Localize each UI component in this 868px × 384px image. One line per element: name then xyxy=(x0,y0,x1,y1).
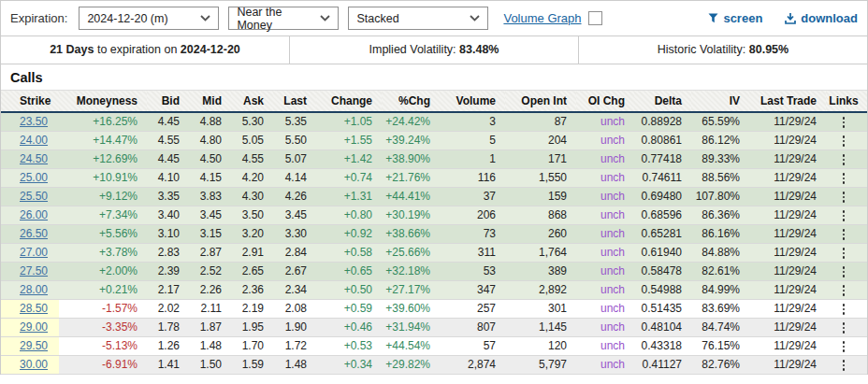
row-menu-kebab-icon[interactable] xyxy=(843,117,846,128)
cell-change: +1.55 xyxy=(316,131,382,149)
cell-oi_chg: unch xyxy=(576,318,634,336)
option-row-23.50: 23.50+16.25%4.454.885.305.35+1.05+24.42%… xyxy=(1,112,867,131)
cell-strike: 29.50 xyxy=(1,336,59,355)
cell-open_int: 159 xyxy=(505,187,576,206)
column-header-moneyness[interactable]: Moneyness xyxy=(59,91,147,113)
row-menu-kebab-icon[interactable] xyxy=(843,304,846,315)
cell-links xyxy=(826,149,867,168)
historic-volatility-value: 80.95% xyxy=(749,43,788,56)
strike-link[interactable]: 25.00 xyxy=(20,171,48,184)
strike-link[interactable]: 26.00 xyxy=(20,208,48,221)
cell-ask: 4.20 xyxy=(231,168,273,187)
expiration-select[interactable]: 2024-12-20 (m) xyxy=(79,7,219,30)
column-header-iv[interactable]: IV xyxy=(691,91,749,113)
row-menu-kebab-icon[interactable] xyxy=(843,192,846,203)
cell-strike: 30.00 xyxy=(1,355,59,374)
strike-link[interactable]: 23.50 xyxy=(20,115,48,128)
column-header-strike[interactable]: Strike xyxy=(1,91,59,113)
column-header-mid[interactable]: Mid xyxy=(189,91,231,113)
cell-open_int: 5,797 xyxy=(505,355,576,374)
screen-button[interactable]: screen xyxy=(708,11,762,25)
cell-volume: 257 xyxy=(440,299,505,318)
cell-last: 2.08 xyxy=(273,299,316,318)
cell-open_int: 301 xyxy=(505,299,576,318)
volume-graph-link[interactable]: Volume Graph xyxy=(503,11,581,25)
column-header-volume[interactable]: Volume xyxy=(440,91,505,113)
option-row-27.50: 27.50+2.00%2.392.522.652.67+0.65+32.18%5… xyxy=(1,262,867,280)
column-header-pct_chg[interactable]: %Chg xyxy=(382,91,440,113)
row-menu-kebab-icon[interactable] xyxy=(843,322,846,334)
strike-link[interactable]: 24.50 xyxy=(20,152,48,165)
strike-link[interactable]: 29.50 xyxy=(20,339,48,352)
cell-strike: 28.00 xyxy=(1,280,59,299)
cell-pct_chg: +29.82% xyxy=(382,355,440,374)
cell-bid: 2.83 xyxy=(147,243,189,262)
row-menu-kebab-icon[interactable] xyxy=(843,360,846,371)
column-header-open_int[interactable]: Open Int xyxy=(505,91,576,113)
row-menu-kebab-icon[interactable] xyxy=(843,285,846,296)
cell-oi_chg: unch xyxy=(576,336,634,355)
row-menu-kebab-icon[interactable] xyxy=(843,248,846,259)
column-header-ask[interactable]: Ask xyxy=(231,91,273,113)
cell-volume: 5 xyxy=(440,131,505,149)
cell-delta: 0.61940 xyxy=(634,243,691,262)
cell-bid: 3.40 xyxy=(147,206,189,224)
toolbar-right: screen download xyxy=(708,11,858,25)
strike-link[interactable]: 28.50 xyxy=(20,302,48,315)
cell-change: +1.05 xyxy=(316,112,382,131)
download-button[interactable]: download xyxy=(785,11,858,25)
cell-strike: 24.50 xyxy=(1,149,59,168)
moneyness-filter-select[interactable]: Near the Money xyxy=(228,7,339,30)
cell-last_trade: 11/29/24 xyxy=(749,299,826,318)
row-menu-kebab-icon[interactable] xyxy=(843,341,846,352)
row-menu-kebab-icon[interactable] xyxy=(843,229,846,240)
filter-funnel-icon xyxy=(708,13,718,23)
strike-link[interactable]: 26.50 xyxy=(20,227,48,240)
cell-oi_chg: unch xyxy=(576,206,634,224)
row-menu-kebab-icon[interactable] xyxy=(843,266,846,277)
cell-change: +0.58 xyxy=(316,243,382,262)
cell-volume: 311 xyxy=(440,243,505,262)
strike-link[interactable]: 27.00 xyxy=(20,246,48,259)
row-menu-kebab-icon[interactable] xyxy=(843,173,846,184)
column-header-last_trade[interactable]: Last Trade xyxy=(749,91,826,113)
cell-iv: 84.74% xyxy=(691,318,749,336)
cell-last_trade: 11/29/24 xyxy=(749,206,826,224)
row-menu-kebab-icon[interactable] xyxy=(843,154,846,165)
cell-pct_chg: +25.66% xyxy=(382,243,440,262)
column-header-bid[interactable]: Bid xyxy=(147,91,189,113)
column-header-change[interactable]: Change xyxy=(316,91,382,113)
cell-last: 4.14 xyxy=(273,168,316,187)
strike-link[interactable]: 30.00 xyxy=(20,358,48,371)
cell-last_trade: 11/29/24 xyxy=(749,187,826,206)
row-menu-kebab-icon[interactable] xyxy=(843,210,846,221)
cell-ask: 5.05 xyxy=(231,131,273,149)
cell-mid: 4.50 xyxy=(189,149,231,168)
cell-volume: 53 xyxy=(440,262,505,280)
row-menu-kebab-icon[interactable] xyxy=(843,135,846,147)
cell-moneyness: +5.56% xyxy=(59,224,147,243)
column-header-delta[interactable]: Delta xyxy=(634,91,691,113)
volume-graph-checkbox[interactable] xyxy=(588,11,602,25)
cell-iv: 86.16% xyxy=(691,224,749,243)
strike-link[interactable]: 27.50 xyxy=(20,264,48,277)
view-mode-select[interactable]: Stacked xyxy=(348,7,488,30)
cell-moneyness: +0.21% xyxy=(59,280,147,299)
cell-oi_chg: unch xyxy=(576,168,634,187)
cell-moneyness: +3.78% xyxy=(59,243,147,262)
screen-button-label: screen xyxy=(723,11,762,25)
strike-link[interactable]: 25.50 xyxy=(20,190,48,203)
strike-link[interactable]: 29.00 xyxy=(20,320,48,334)
strike-link[interactable]: 24.00 xyxy=(20,134,48,147)
option-row-25.00: 25.00+10.91%4.104.154.204.14+0.74+21.76%… xyxy=(1,168,867,187)
strike-link[interactable]: 28.00 xyxy=(20,283,48,296)
cell-pct_chg: +30.19% xyxy=(382,206,440,224)
column-header-links[interactable]: Links xyxy=(826,91,867,113)
column-header-last[interactable]: Last xyxy=(273,91,316,113)
column-header-oi_chg[interactable]: OI Chg xyxy=(576,91,634,113)
days-count: 21 Days xyxy=(50,43,94,56)
cell-open_int: 204 xyxy=(505,131,576,149)
cell-delta: 0.80861 xyxy=(634,131,691,149)
cell-strike: 25.00 xyxy=(1,168,59,187)
cell-change: +0.53 xyxy=(316,336,382,355)
